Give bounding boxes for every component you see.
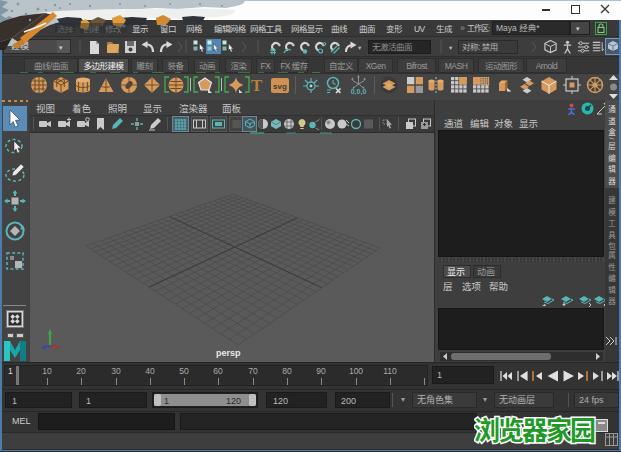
svg-text:svg: svg [273,82,287,91]
svg-text:0,0,0: 0,0,0 [351,88,367,95]
svg-text:浏览器家园: 浏览器家园 [474,412,595,447]
